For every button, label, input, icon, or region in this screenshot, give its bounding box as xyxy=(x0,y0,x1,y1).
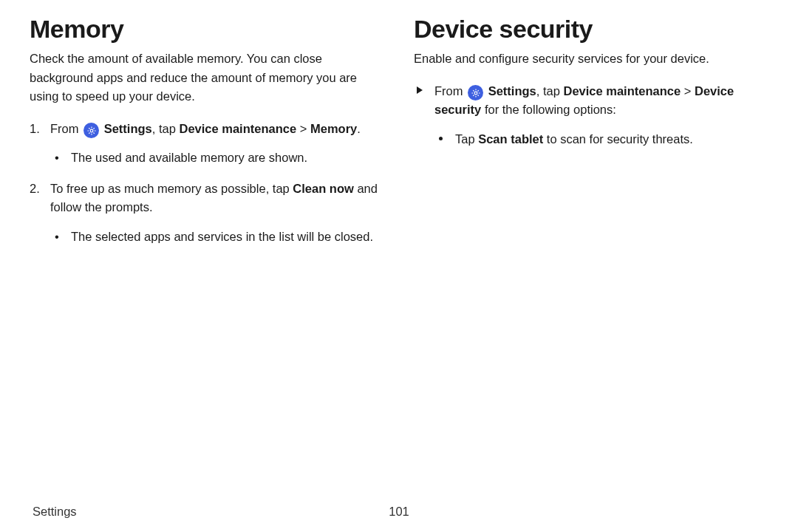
sub-post: to scan for security threats. xyxy=(543,132,693,146)
security-sub-list: Tap Scan tablet to scan for security thr… xyxy=(434,130,768,149)
b1-pre: From xyxy=(434,84,466,98)
step1-end: . xyxy=(357,122,361,135)
page-footer: Settings 101 xyxy=(0,505,798,519)
step1-text-mid: , tap xyxy=(152,122,180,135)
security-sub-item: Tap Scan tablet to scan for security thr… xyxy=(434,130,768,149)
b1-gt: > xyxy=(681,84,695,98)
b1-post: for the following options: xyxy=(481,103,616,116)
step2-clean: Clean now xyxy=(293,182,354,195)
step1-sub-item: The used and available memory are shown. xyxy=(50,149,384,168)
footer-page-number: 101 xyxy=(389,505,409,519)
step2-sub-item: The selected apps and services in the li… xyxy=(50,228,384,247)
intro-security: Enable and configure security services f… xyxy=(414,50,768,69)
step1-settings: Settings xyxy=(104,122,152,135)
step2-sub-list: The selected apps and services in the li… xyxy=(50,228,384,247)
step-2: To free up as much memory as possible, t… xyxy=(30,180,384,247)
gear-icon xyxy=(468,85,483,100)
heading-security: Device security xyxy=(414,15,768,44)
security-bullet-1: From Settings, tap Device maintenance > … xyxy=(414,82,768,149)
sub-scan: Scan tablet xyxy=(478,132,543,146)
step1-dm: Device maintenance xyxy=(179,122,296,135)
gear-icon xyxy=(83,123,99,138)
step1-sub-list: The used and available memory are shown. xyxy=(50,149,384,168)
step-1: From Settings, tap Device maintenance > … xyxy=(30,120,384,168)
step1-text-pre: From xyxy=(50,122,82,135)
step2-text-pre: To free up as much memory as possible, t… xyxy=(50,182,293,195)
right-column: Device security Enable and configure sec… xyxy=(414,15,768,259)
b1-mid: , tap xyxy=(536,84,564,98)
svg-point-1 xyxy=(474,92,477,95)
intro-memory: Check the amount of available memory. Yo… xyxy=(30,50,384,106)
security-list: From Settings, tap Device maintenance > … xyxy=(414,82,768,149)
left-column: Memory Check the amount of available mem… xyxy=(30,15,384,259)
sub-pre: Tap xyxy=(455,132,478,146)
svg-point-0 xyxy=(90,129,93,132)
b1-settings: Settings xyxy=(488,84,536,98)
step1-gt: > xyxy=(296,122,310,135)
steps-memory: From Settings, tap Device maintenance > … xyxy=(30,120,384,247)
heading-memory: Memory xyxy=(30,15,384,44)
step1-memory: Memory xyxy=(310,122,357,135)
b1-dm: Device maintenance xyxy=(563,84,681,98)
footer-section: Settings xyxy=(33,505,77,519)
page-columns: Memory Check the amount of available mem… xyxy=(0,0,798,259)
